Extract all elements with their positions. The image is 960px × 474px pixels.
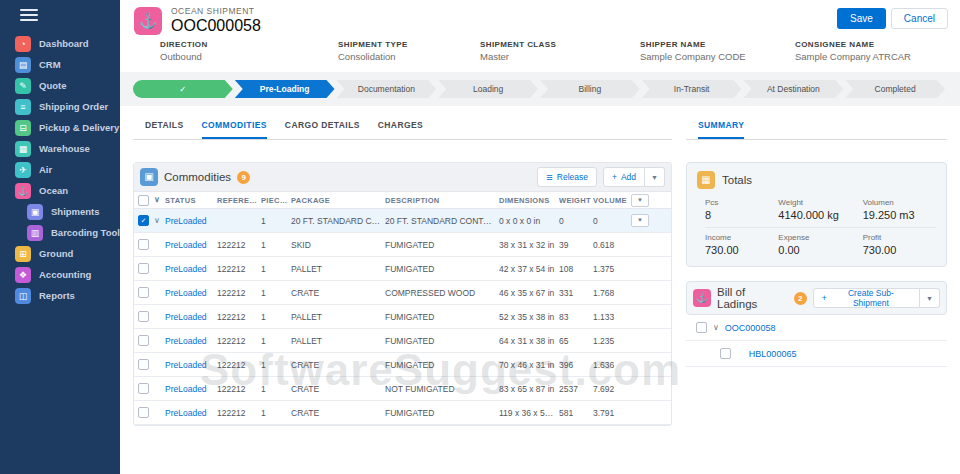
status-link[interactable]: PreLoaded <box>165 384 215 394</box>
stage-path-band: ✓ Pre-Loading Documentation Loading Bill… <box>120 72 960 106</box>
row-expand-chevron-icon[interactable]: ∨ <box>154 217 163 225</box>
commodities-card: ▣ Commodities 9 ≡ Release + Add <box>133 162 672 426</box>
path-stage[interactable]: Billing <box>540 80 640 98</box>
col-volume[interactable]: VOLUME <box>593 196 629 205</box>
row-actions-caret-button[interactable]: ▼ <box>631 214 649 227</box>
tab-summary[interactable]: SUMMARY <box>698 120 744 139</box>
page-title: OOC000058 <box>171 17 261 35</box>
sidebar-item[interactable]: ❖ Accounting <box>0 264 120 285</box>
status-link[interactable]: PreLoaded <box>165 312 215 322</box>
bol-dropdown-caret-button[interactable]: ▼ <box>920 288 940 308</box>
add-commodity-button[interactable]: + Add <box>603 167 645 187</box>
stat-label: Pcs <box>705 198 778 207</box>
volume-cell: 1.235 <box>593 336 629 346</box>
bill-of-lading-row: ∨ OOC000058 <box>686 315 947 341</box>
sidebar-item[interactable]: ≡ Shipping Order <box>0 96 120 117</box>
commodities-title: Commodities <box>164 171 231 183</box>
path-stage[interactable]: Completed <box>845 80 945 98</box>
bol-link[interactable]: HBL000065 <box>749 349 797 359</box>
cancel-button[interactable]: Cancel <box>891 8 948 29</box>
weight-cell: 331 <box>559 288 591 298</box>
weight-cell: 39 <box>559 240 591 250</box>
select-all-caret-icon[interactable]: ∨ <box>154 196 163 204</box>
sidebar-item[interactable]: ◫ Reports <box>0 285 120 306</box>
sidebar-item[interactable]: ⊞ Ground <box>0 243 120 264</box>
path-stage[interactable]: At Destination <box>744 80 844 98</box>
select-all-checkbox[interactable] <box>138 195 149 206</box>
sidebar-item[interactable]: ▤ CRM <box>0 54 120 75</box>
commodity-row: ∨ PreLoaded 122212 1 CRATE NOT FUMIGATED… <box>134 377 671 401</box>
col-dimensions[interactable]: DIMENSIONS <box>499 196 557 205</box>
row-checkbox[interactable] <box>138 359 149 370</box>
add-dropdown-caret-button[interactable]: ▼ <box>645 167 665 187</box>
status-link[interactable]: PreLoaded <box>165 408 215 418</box>
status-link[interactable]: PreLoaded <box>165 288 215 298</box>
bol-expand-chevron-icon[interactable]: ∨ <box>713 324 719 332</box>
description-cell: FUMIGATED <box>385 360 497 370</box>
col-reference[interactable]: REFERENCE <box>217 196 259 205</box>
record-tab[interactable]: COMMODITIES <box>202 120 267 139</box>
path-stage[interactable]: Documentation <box>337 80 437 98</box>
sidebar-item[interactable]: ▥ Barcoding Tools <box>0 222 120 243</box>
path-stage[interactable]: ✓ <box>133 80 233 98</box>
plus-icon: + <box>612 172 617 182</box>
summary-tabs: SUMMARY <box>686 112 947 140</box>
stat-label: Weight <box>778 198 862 207</box>
record-tab[interactable]: CARGO DETAILS <box>285 120 360 139</box>
hamburger-menu-icon[interactable] <box>20 9 38 21</box>
sidebar-item[interactable]: ⚓ Ocean <box>0 180 120 201</box>
status-link[interactable]: PreLoaded <box>165 216 215 226</box>
row-checkbox[interactable]: ✓ <box>138 215 149 226</box>
bol-link[interactable]: OOC000058 <box>725 323 776 333</box>
status-link[interactable]: PreLoaded <box>165 336 215 346</box>
stat: Expense 0.00 <box>778 227 862 262</box>
package-cell: PALLET <box>291 336 383 346</box>
field-label: DIRECTION <box>160 40 338 49</box>
right-panel: SUMMARY ▦ Totals Pcs 8 <box>686 112 947 426</box>
status-link[interactable]: PreLoaded <box>165 264 215 274</box>
path-stage[interactable]: In-Transit <box>642 80 742 98</box>
row-checkbox[interactable] <box>138 335 149 346</box>
col-status[interactable]: STATUS <box>165 196 215 205</box>
row-checkbox[interactable] <box>138 263 149 274</box>
sidebar-item[interactable]: ▣ Shipments <box>0 201 120 222</box>
volume-cell: 7.692 <box>593 384 629 394</box>
record-field: SHIPMENT CLASS Master <box>480 40 640 62</box>
row-checkbox[interactable] <box>138 287 149 298</box>
table-settings-caret-button[interactable]: ▼ <box>631 194 649 207</box>
sidebar-item[interactable]: ✎ Quote <box>0 75 120 96</box>
sidebar-item[interactable]: ◔ Dashboard <box>0 33 120 54</box>
col-package[interactable]: PACKAGE <box>291 196 383 205</box>
sidebar-item[interactable]: ✈ Air <box>0 159 120 180</box>
path-stage[interactable]: Loading <box>438 80 538 98</box>
record-tab[interactable]: DETAILS <box>145 120 184 139</box>
sidebar-item-icon: ⊞ <box>15 246 31 262</box>
col-weight[interactable]: WEIGHT <box>559 196 591 205</box>
row-checkbox[interactable] <box>138 311 149 322</box>
commodity-row: ∨ PreLoaded 122212 1 PALLET FUMIGATED 52… <box>134 305 671 329</box>
sidebar-item-label: Shipping Order <box>39 101 108 112</box>
sidebar: ◔ Dashboard ▤ CRM ✎ Quote ≡ Shipping Ord… <box>0 0 120 474</box>
bol-checkbox[interactable] <box>696 322 707 333</box>
field-value: Outbound <box>160 51 338 62</box>
totals-icon: ▦ <box>697 171 715 189</box>
status-link[interactable]: PreLoaded <box>165 360 215 370</box>
description-cell: FUMIGATED <box>385 336 497 346</box>
status-link[interactable]: PreLoaded <box>165 240 215 250</box>
sidebar-item[interactable]: ⊟ Pickup & Delivery <box>0 117 120 138</box>
save-button[interactable]: Save <box>837 8 886 29</box>
record-tab[interactable]: CHARGES <box>378 120 423 139</box>
description-cell: FUMIGATED <box>385 312 497 322</box>
row-checkbox[interactable] <box>138 383 149 394</box>
release-button[interactable]: ≡ Release <box>537 167 597 187</box>
col-pieces[interactable]: PIECES <box>261 196 289 205</box>
row-checkbox[interactable] <box>138 239 149 250</box>
col-description[interactable]: DESCRIPTION <box>385 196 497 205</box>
sidebar-item-label: Pickup & Delivery <box>39 122 119 133</box>
release-button-label: Release <box>557 172 588 182</box>
create-sub-shipment-button[interactable]: + Create Sub-Shipment <box>813 288 920 308</box>
sidebar-item[interactable]: ▦ Warehouse <box>0 138 120 159</box>
row-checkbox[interactable] <box>138 407 149 418</box>
bol-checkbox[interactable] <box>720 348 731 359</box>
path-stage[interactable]: Pre-Loading <box>235 80 335 98</box>
